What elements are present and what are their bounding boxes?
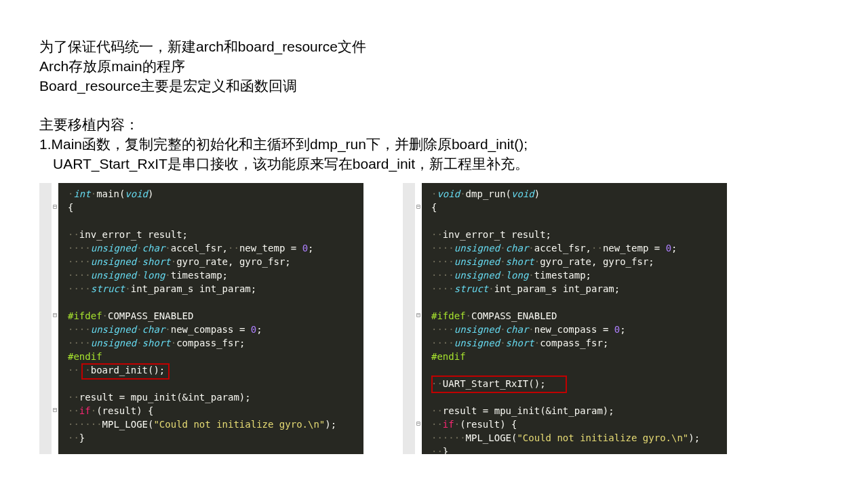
desc-line-1: 为了保证代码统一，新建arch和board_resource文件: [39, 37, 827, 56]
code-block-dmp-run: ·void·dmp_run(void) { ··inv_error_t resu…: [431, 187, 727, 454]
desc-line-3: Board_resource主要是宏定义和函数回调: [39, 76, 827, 96]
desc-line-6: UART_Start_RxIT是串口接收，该功能原来写在board_init，新…: [39, 154, 827, 174]
gutter: [403, 183, 415, 454]
gutter: [39, 183, 52, 454]
fold-marks: ⊟ ⊟ ⊟: [52, 187, 58, 431]
fold-marks: ⊟ ⊟ ⊟: [415, 187, 422, 431]
code-panel-main: ⊟ ⊟ ⊟ ·int·main(void) { ··inv_error_t re…: [39, 183, 363, 454]
desc-line-2: Arch存放原main的程序: [39, 56, 827, 76]
spacer: [39, 96, 827, 115]
desc-line-4: 主要移植内容：: [39, 115, 827, 134]
code-block-main: ·int·main(void) { ··inv_error_t result; …: [68, 187, 363, 445]
code-panel-dmp-run: ⊟ ⊟ ⊟ ·void·dmp_run(void) { ··inv_error_…: [403, 183, 727, 454]
desc-line-5: 1.Main函数，复制完整的初始化和主循环到dmp_run下，并删除原board…: [39, 134, 827, 154]
